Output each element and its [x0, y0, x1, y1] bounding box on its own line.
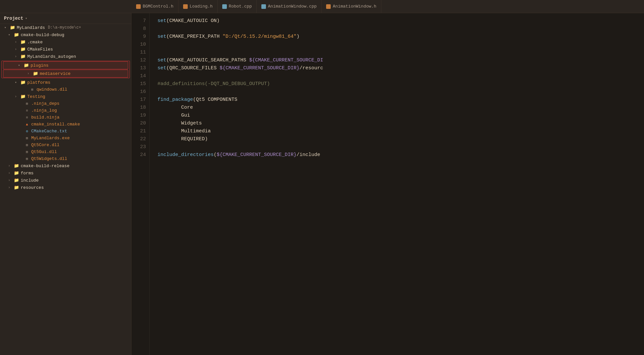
exe-label: MyLandlards.exe: [31, 136, 70, 141]
tab-icon-h: [136, 4, 141, 9]
cmake-build-debug-arrow: ▾: [8, 33, 12, 37]
root-arrow: ▾: [4, 26, 8, 30]
sidebar-title: Project: [4, 16, 23, 21]
tree-ninja-log[interactable]: › ≡ .ninja_log: [0, 107, 131, 114]
tab-icon-h3: [326, 4, 331, 9]
tab-label-animwindow-h: AnimationWindow.h: [333, 4, 376, 9]
mediaservice-label: mediaservice: [40, 71, 71, 76]
sidebar-chevron: ▾: [25, 16, 27, 20]
code-line-17: find_package(Qt5 COMPONENTS: [157, 96, 644, 104]
code-line-18: Core: [157, 104, 644, 112]
sidebar: Project ▾ ▾ 📁 MyLandlards D:\a-mycode\c+…: [0, 13, 131, 355]
tree-build-ninja[interactable]: › ≡ build.ninja: [0, 114, 131, 121]
tree-forms[interactable]: › 📁 forms: [0, 169, 131, 177]
tree-cmake[interactable]: › 📁 .cmake: [0, 38, 131, 46]
ninja-log-label: .ninja_log: [31, 108, 57, 113]
mediaservice-icon: 📁: [33, 71, 38, 76]
cmakefiles-icon: 📁: [20, 47, 26, 52]
tree-resources[interactable]: › 📁 resources: [0, 184, 131, 191]
tree-root[interactable]: ▾ 📁 MyLandlards D:\a-mycode\c+: [0, 24, 131, 31]
qt5gui-icon: ⊞: [24, 150, 30, 154]
code-line-11: [157, 49, 644, 56]
ln-14: 14: [131, 72, 149, 80]
autogen-icon: 📁: [20, 54, 26, 59]
cmake-release-label: cmake-build-release: [21, 164, 69, 168]
tree-ninja-deps[interactable]: › ⊞ .ninja_deps: [0, 100, 131, 107]
code-line-10: [157, 41, 644, 49]
tree-qt5widgets[interactable]: › ⊞ Qt5Widgets.dll: [0, 155, 131, 162]
code-line-20: Widgets: [157, 120, 644, 127]
ln-12: 12: [131, 56, 149, 64]
cmake-install-label: cmake_install.cmake: [31, 122, 80, 127]
plugins-highlight-group: ▾ 📁 plugins › 📁 mediaservice: [1, 61, 130, 78]
forms-label: forms: [21, 171, 34, 176]
code-line-9: set(CMAKE_PREFIX_PATH "D:/Qt/5.15.2/ming…: [157, 33, 644, 41]
tab-bar: BGMControl.h Loading.h Robot.cpp Animati…: [0, 0, 644, 13]
resources-icon: 📁: [14, 185, 19, 190]
code-line-19: Gui: [157, 112, 644, 120]
tree-exe[interactable]: › ⊞ MyLandlards.exe: [0, 135, 131, 142]
tree-qwindows[interactable]: › ⊞ qwindows.dll: [0, 86, 131, 93]
code-line-22: REQUIRED): [157, 135, 644, 143]
code-editor: 7 8 9 10 11 12 13 14 15 16 17 18 19 20 2…: [131, 13, 644, 355]
root-path: D:\a-mycode\c+: [48, 25, 81, 30]
code-line-21: Multimedia: [157, 127, 644, 135]
tree-platforms[interactable]: ▾ 📁 platforms: [0, 79, 131, 86]
tree-qt5gui[interactable]: › ⊞ Qt5Gui.dll: [0, 148, 131, 155]
code-line-7: set(CMAKE_AUTOUIC ON): [157, 17, 644, 25]
tab-bgmcontrol-h[interactable]: BGMControl.h: [131, 0, 179, 13]
exe-icon: ⊞: [24, 136, 30, 140]
ln-13: 13: [131, 64, 149, 72]
qt5widgets-icon: ⊞: [24, 157, 30, 161]
forms-icon: 📁: [14, 170, 19, 176]
tree-cmake-build-debug[interactable]: ▾ 📁 cmake-build-debug: [0, 31, 131, 38]
root-folder-icon: 📁: [10, 25, 15, 30]
tab-label-bgmcontrol: BGMControl.h: [143, 4, 174, 9]
ln-21: 21: [131, 127, 149, 135]
main-layout: Project ▾ ▾ 📁 MyLandlards D:\a-mycode\c+…: [0, 13, 644, 355]
tree-qt5core[interactable]: › ⊞ Qt5Core.dll: [0, 142, 131, 148]
tab-label-loading: Loading.h: [190, 4, 213, 9]
cmakecache-icon: ⚙: [24, 129, 30, 133]
platforms-icon: 📁: [20, 80, 26, 85]
ninja-deps-icon: ⊞: [24, 101, 30, 106]
ln-20: 20: [131, 120, 149, 127]
tree-include[interactable]: › 📁 include: [0, 177, 131, 184]
tree-cmake-build-release[interactable]: › 📁 cmake-build-release: [0, 162, 131, 169]
tab-loading-h[interactable]: Loading.h: [179, 0, 218, 13]
ln-17: 17: [131, 96, 149, 104]
plugins-icon: 📁: [24, 63, 29, 68]
code-lines-area[interactable]: set(CMAKE_AUTOUIC ON) set(CMAKE_PREFIX_P…: [150, 13, 644, 355]
tree-cmake-install[interactable]: › ▲ cmake_install.cmake: [0, 121, 131, 128]
ln-22: 22: [131, 135, 149, 143]
tab-icon-cpp2: [261, 4, 266, 9]
tab-animwindow-h[interactable]: AnimationWindow.h: [322, 0, 381, 13]
tree-testing[interactable]: › 📁 Testing: [0, 93, 131, 100]
tree-cmakecache[interactable]: › ⚙ CMakeCache.txt: [0, 128, 131, 135]
ln-18: 18: [131, 104, 149, 112]
tab-animwindow-cpp[interactable]: AnimationWindow.cpp: [257, 0, 322, 13]
cmake-release-arrow: ›: [8, 164, 12, 168]
cmakefiles-arrow: ›: [15, 48, 19, 51]
ln-19: 19: [131, 112, 149, 120]
cmake-label: .cmake: [27, 40, 43, 45]
tree-mediaservice[interactable]: › 📁 mediaservice: [3, 70, 128, 78]
autogen-label: MyLandlards_autogen: [27, 54, 76, 59]
resources-label: resources: [21, 185, 44, 190]
ln-10: 10: [131, 41, 149, 49]
ln-8: 8: [131, 25, 149, 33]
tab-label-animwindow-cpp: AnimationWindow.cpp: [268, 4, 317, 9]
tree-autogen[interactable]: › 📁 MyLandlards_autogen: [0, 53, 131, 60]
tree-plugins[interactable]: ▾ 📁 plugins: [3, 61, 128, 69]
include-icon: 📁: [14, 178, 19, 183]
forms-arrow: ›: [8, 171, 12, 175]
plugins-label: plugins: [31, 63, 49, 68]
tab-icon-cpp: [222, 4, 227, 9]
code-line-24: include_directories(${CMAKE_CURRENT_SOUR…: [157, 151, 644, 159]
qt5widgets-label: Qt5Widgets.dll: [31, 156, 67, 161]
plugins-arrow: ▾: [18, 63, 22, 67]
cmake-build-debug-label: cmake-build-debug: [21, 33, 64, 37]
tree-cmakefiles[interactable]: › 📁 CMakeFiles: [0, 46, 131, 53]
tab-robot-cpp[interactable]: Robot.cpp: [218, 0, 257, 13]
testing-arrow: ›: [15, 95, 19, 99]
